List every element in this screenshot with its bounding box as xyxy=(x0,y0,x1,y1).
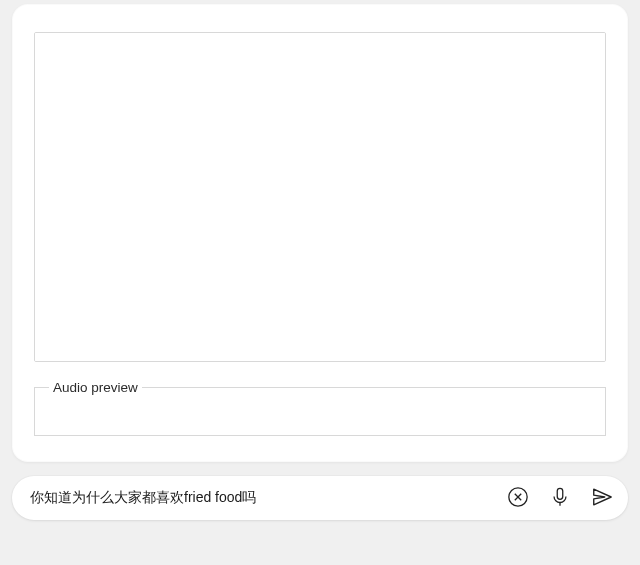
audio-preview-panel: Audio preview xyxy=(34,380,606,436)
send-icon xyxy=(591,486,613,511)
close-circle-icon xyxy=(507,486,529,511)
send-button[interactable] xyxy=(590,486,614,510)
microphone-button[interactable] xyxy=(548,486,572,510)
message-input[interactable] xyxy=(30,476,494,520)
svg-rect-3 xyxy=(557,488,563,499)
microphone-icon xyxy=(549,486,571,511)
message-input-bar xyxy=(12,476,628,520)
audio-preview-label: Audio preview xyxy=(49,380,142,395)
conversation-content xyxy=(35,33,605,362)
clear-button[interactable] xyxy=(506,486,530,510)
app-stage: Audio preview xyxy=(0,4,640,565)
input-actions xyxy=(506,486,614,510)
main-card: Audio preview xyxy=(12,4,628,462)
conversation-scroll-pane[interactable] xyxy=(34,32,606,362)
